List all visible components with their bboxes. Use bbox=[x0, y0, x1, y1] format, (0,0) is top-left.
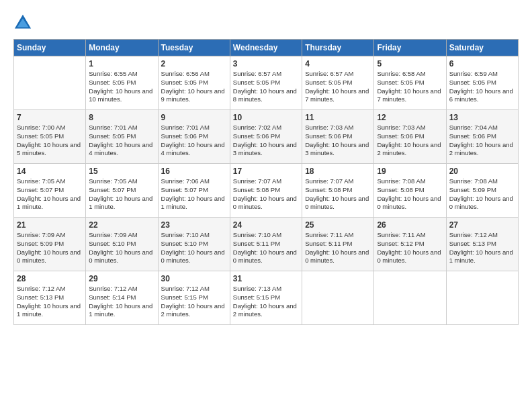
calendar-cell: 16Sunrise: 7:06 AMSunset: 5:07 PMDayligh… bbox=[158, 164, 230, 218]
calendar-cell: 14Sunrise: 7:05 AMSunset: 5:07 PMDayligh… bbox=[14, 164, 86, 218]
calendar-cell: 1Sunrise: 6:55 AMSunset: 5:05 PMDaylight… bbox=[86, 56, 158, 110]
header-tuesday: Tuesday bbox=[158, 40, 230, 56]
header-friday: Friday bbox=[374, 40, 446, 56]
calendar-cell: 28Sunrise: 7:12 AMSunset: 5:13 PMDayligh… bbox=[14, 271, 86, 325]
day-number: 8 bbox=[89, 113, 154, 122]
calendar-cell: 10Sunrise: 7:02 AMSunset: 5:06 PMDayligh… bbox=[230, 110, 302, 164]
day-number: 28 bbox=[17, 274, 83, 283]
calendar-cell: 23Sunrise: 7:10 AMSunset: 5:10 PMDayligh… bbox=[158, 218, 230, 271]
day-info: Sunrise: 7:12 AMSunset: 5:14 PMDaylight:… bbox=[89, 285, 154, 319]
day-number: 18 bbox=[305, 167, 371, 176]
day-info: Sunrise: 7:03 AMSunset: 5:06 PMDaylight:… bbox=[377, 124, 443, 158]
day-info: Sunrise: 6:56 AMSunset: 5:05 PMDaylight:… bbox=[161, 70, 227, 104]
calendar-cell: 7Sunrise: 7:00 AMSunset: 5:05 PMDaylight… bbox=[14, 110, 86, 164]
day-number: 15 bbox=[89, 167, 154, 176]
day-number: 2 bbox=[161, 59, 227, 68]
header-saturday: Saturday bbox=[446, 40, 518, 56]
logo-icon bbox=[13, 13, 32, 32]
calendar-cell: 31Sunrise: 7:13 AMSunset: 5:15 PMDayligh… bbox=[230, 271, 302, 325]
calendar-cell: 29Sunrise: 7:12 AMSunset: 5:14 PMDayligh… bbox=[86, 271, 158, 325]
day-info: Sunrise: 7:11 AMSunset: 5:12 PMDaylight:… bbox=[377, 231, 443, 265]
day-info: Sunrise: 7:09 AMSunset: 5:09 PMDaylight:… bbox=[17, 231, 83, 265]
calendar-cell: 17Sunrise: 7:07 AMSunset: 5:08 PMDayligh… bbox=[230, 164, 302, 218]
header-monday: Monday bbox=[86, 40, 158, 56]
day-info: Sunrise: 6:59 AMSunset: 5:05 PMDaylight:… bbox=[449, 70, 515, 104]
calendar-cell: 13Sunrise: 7:04 AMSunset: 5:06 PMDayligh… bbox=[446, 110, 518, 164]
calendar-cell bbox=[14, 56, 86, 110]
day-info: Sunrise: 7:07 AMSunset: 5:08 PMDaylight:… bbox=[233, 177, 299, 212]
day-number: 26 bbox=[377, 220, 443, 230]
calendar-cell: 6Sunrise: 6:59 AMSunset: 5:05 PMDaylight… bbox=[446, 56, 518, 110]
day-info: Sunrise: 7:12 AMSunset: 5:15 PMDaylight:… bbox=[161, 285, 227, 319]
day-number: 23 bbox=[161, 220, 227, 230]
day-info: Sunrise: 7:10 AMSunset: 5:11 PMDaylight:… bbox=[233, 231, 299, 265]
day-info: Sunrise: 7:01 AMSunset: 5:05 PMDaylight:… bbox=[89, 124, 154, 158]
day-info: Sunrise: 7:03 AMSunset: 5:06 PMDaylight:… bbox=[305, 124, 371, 158]
day-info: Sunrise: 7:04 AMSunset: 5:06 PMDaylight:… bbox=[449, 124, 515, 158]
week-row-5: 28Sunrise: 7:12 AMSunset: 5:13 PMDayligh… bbox=[14, 271, 519, 325]
day-number: 6 bbox=[449, 59, 515, 68]
day-number: 25 bbox=[305, 220, 371, 230]
day-number: 16 bbox=[161, 167, 227, 176]
day-number: 27 bbox=[449, 220, 515, 230]
calendar-cell: 19Sunrise: 7:08 AMSunset: 5:08 PMDayligh… bbox=[374, 164, 446, 218]
day-number: 5 bbox=[377, 59, 443, 68]
calendar-cell: 18Sunrise: 7:07 AMSunset: 5:08 PMDayligh… bbox=[302, 164, 374, 218]
logo bbox=[13, 13, 35, 32]
week-row-2: 7Sunrise: 7:00 AMSunset: 5:05 PMDaylight… bbox=[14, 110, 519, 164]
day-info: Sunrise: 7:06 AMSunset: 5:07 PMDaylight:… bbox=[161, 177, 227, 212]
day-info: Sunrise: 7:08 AMSunset: 5:09 PMDaylight:… bbox=[449, 177, 515, 212]
day-number: 31 bbox=[233, 274, 299, 283]
day-number: 29 bbox=[89, 274, 154, 283]
day-info: Sunrise: 6:58 AMSunset: 5:05 PMDaylight:… bbox=[377, 70, 443, 104]
calendar-cell: 24Sunrise: 7:10 AMSunset: 5:11 PMDayligh… bbox=[230, 218, 302, 271]
calendar-table: SundayMondayTuesdayWednesdayThursdayFrid… bbox=[13, 39, 519, 325]
week-row-4: 21Sunrise: 7:09 AMSunset: 5:09 PMDayligh… bbox=[14, 218, 519, 271]
day-number: 19 bbox=[377, 167, 443, 176]
day-info: Sunrise: 7:08 AMSunset: 5:08 PMDaylight:… bbox=[377, 177, 443, 212]
calendar-cell: 12Sunrise: 7:03 AMSunset: 5:06 PMDayligh… bbox=[374, 110, 446, 164]
day-number: 21 bbox=[17, 220, 83, 230]
day-number: 3 bbox=[233, 59, 299, 68]
calendar-cell: 2Sunrise: 6:56 AMSunset: 5:05 PMDaylight… bbox=[158, 56, 230, 110]
day-number: 30 bbox=[161, 274, 227, 283]
day-info: Sunrise: 7:12 AMSunset: 5:13 PMDaylight:… bbox=[449, 231, 515, 265]
day-number: 10 bbox=[233, 113, 299, 122]
day-number: 14 bbox=[17, 167, 83, 176]
day-info: Sunrise: 7:05 AMSunset: 5:07 PMDaylight:… bbox=[89, 177, 154, 212]
day-number: 4 bbox=[305, 59, 371, 68]
day-info: Sunrise: 7:10 AMSunset: 5:10 PMDaylight:… bbox=[161, 231, 227, 265]
calendar-cell: 26Sunrise: 7:11 AMSunset: 5:12 PMDayligh… bbox=[374, 218, 446, 271]
day-info: Sunrise: 6:57 AMSunset: 5:05 PMDaylight:… bbox=[305, 70, 371, 104]
day-info: Sunrise: 7:07 AMSunset: 5:08 PMDaylight:… bbox=[305, 177, 371, 212]
calendar-cell: 22Sunrise: 7:09 AMSunset: 5:10 PMDayligh… bbox=[86, 218, 158, 271]
day-number: 22 bbox=[89, 220, 154, 230]
day-info: Sunrise: 7:09 AMSunset: 5:10 PMDaylight:… bbox=[89, 231, 154, 265]
day-info: Sunrise: 7:05 AMSunset: 5:07 PMDaylight:… bbox=[17, 177, 83, 212]
day-number: 13 bbox=[449, 113, 515, 122]
day-info: Sunrise: 6:55 AMSunset: 5:05 PMDaylight:… bbox=[89, 70, 154, 104]
day-number: 12 bbox=[377, 113, 443, 122]
calendar-cell bbox=[446, 271, 518, 325]
header-wednesday: Wednesday bbox=[230, 40, 302, 56]
day-number: 7 bbox=[17, 113, 83, 122]
calendar-cell: 8Sunrise: 7:01 AMSunset: 5:05 PMDaylight… bbox=[86, 110, 158, 164]
calendar-cell: 11Sunrise: 7:03 AMSunset: 5:06 PMDayligh… bbox=[302, 110, 374, 164]
day-info: Sunrise: 7:13 AMSunset: 5:15 PMDaylight:… bbox=[233, 285, 299, 319]
week-row-3: 14Sunrise: 7:05 AMSunset: 5:07 PMDayligh… bbox=[14, 164, 519, 218]
day-number: 11 bbox=[305, 113, 371, 122]
header-sunday: Sunday bbox=[14, 40, 86, 56]
day-info: Sunrise: 7:11 AMSunset: 5:11 PMDaylight:… bbox=[305, 231, 371, 265]
calendar-cell: 30Sunrise: 7:12 AMSunset: 5:15 PMDayligh… bbox=[158, 271, 230, 325]
day-info: Sunrise: 7:01 AMSunset: 5:06 PMDaylight:… bbox=[161, 124, 227, 158]
calendar-cell: 15Sunrise: 7:05 AMSunset: 5:07 PMDayligh… bbox=[86, 164, 158, 218]
week-row-1: 1Sunrise: 6:55 AMSunset: 5:05 PMDaylight… bbox=[14, 56, 519, 110]
day-info: Sunrise: 6:57 AMSunset: 5:05 PMDaylight:… bbox=[233, 70, 299, 104]
calendar-cell: 21Sunrise: 7:09 AMSunset: 5:09 PMDayligh… bbox=[14, 218, 86, 271]
header-thursday: Thursday bbox=[302, 40, 374, 56]
day-number: 1 bbox=[89, 59, 154, 68]
calendar-cell: 25Sunrise: 7:11 AMSunset: 5:11 PMDayligh… bbox=[302, 218, 374, 271]
calendar-cell bbox=[374, 271, 446, 325]
calendar-cell bbox=[302, 271, 374, 325]
calendar-cell: 20Sunrise: 7:08 AMSunset: 5:09 PMDayligh… bbox=[446, 164, 518, 218]
